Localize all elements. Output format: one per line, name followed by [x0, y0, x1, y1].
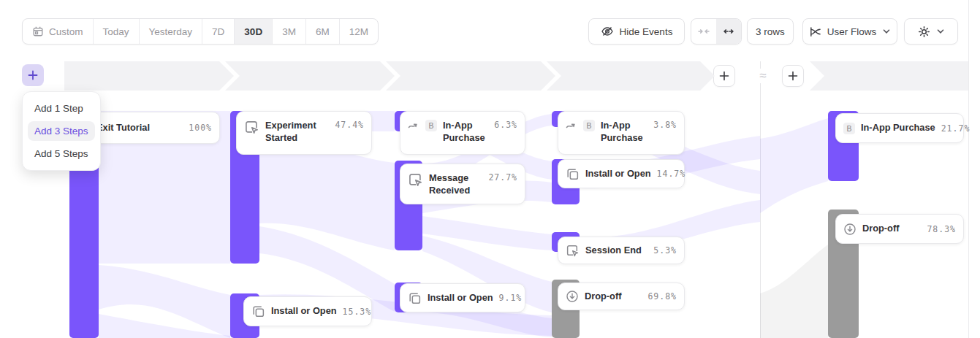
- click-icon: [408, 172, 423, 188]
- b-badge: B: [843, 123, 855, 134]
- copy-icon: [408, 291, 422, 305]
- flow-node-drop-off-69[interactable]: Drop-off 69.8%: [558, 283, 685, 310]
- flow-node-install-or-open-14[interactable]: Install or Open 14.7%: [558, 159, 685, 188]
- right-edge-line: [968, 0, 969, 338]
- flow-node-experiment-started[interactable]: Experiment Started 47.4%: [236, 111, 372, 155]
- flow-node-session-end[interactable]: Session End 5.3%: [558, 237, 685, 264]
- user-flows-app: Custom Today Yesterday 7D 30D 3M 6M 12M …: [0, 0, 980, 338]
- copy-icon: [251, 304, 265, 318]
- drop-off-icon: [566, 290, 579, 303]
- copy-icon: [566, 167, 580, 181]
- flow-node-install-or-open-15[interactable]: Install or Open 15.3%: [243, 296, 372, 326]
- trend-arrow-icon: [408, 120, 419, 131]
- flow-node-install-or-open-9[interactable]: Install or Open 9.1%: [400, 283, 525, 312]
- b-badge: B: [425, 120, 437, 131]
- menu-item-add-3-steps[interactable]: Add 3 Steps: [28, 121, 95, 141]
- flow-node-in-app-purchase-3[interactable]: B In-App Purchase 3.8%: [558, 111, 685, 155]
- step-header-band: [64, 61, 968, 91]
- flow-node-exit-tutorial[interactable]: Exit Tutorial 100%: [88, 112, 220, 144]
- menu-item-add-5-steps[interactable]: Add 5 Steps: [28, 144, 95, 164]
- flow-node-in-app-purchase-21[interactable]: B In-App Purchase 21.7%: [835, 113, 964, 143]
- approx-gap-symbol: ≈: [753, 69, 772, 83]
- click-icon: [566, 244, 580, 258]
- flow-node-message-received[interactable]: Message Received 27.7%: [400, 164, 525, 204]
- menu-item-add-1-step[interactable]: Add 1 Step: [28, 99, 95, 118]
- flow-node-in-app-purchase-6[interactable]: B In-App Purchase 6.3%: [400, 111, 525, 155]
- click-icon: [244, 120, 259, 135]
- trend-arrow-icon: [566, 120, 577, 131]
- flow-node-drop-off-78[interactable]: Drop-off 78.3%: [835, 214, 964, 244]
- add-step-menu: Add 1 Step Add 3 Steps Add 5 Steps: [22, 91, 101, 171]
- drop-off-icon: [843, 223, 856, 236]
- b-badge: B: [583, 120, 595, 131]
